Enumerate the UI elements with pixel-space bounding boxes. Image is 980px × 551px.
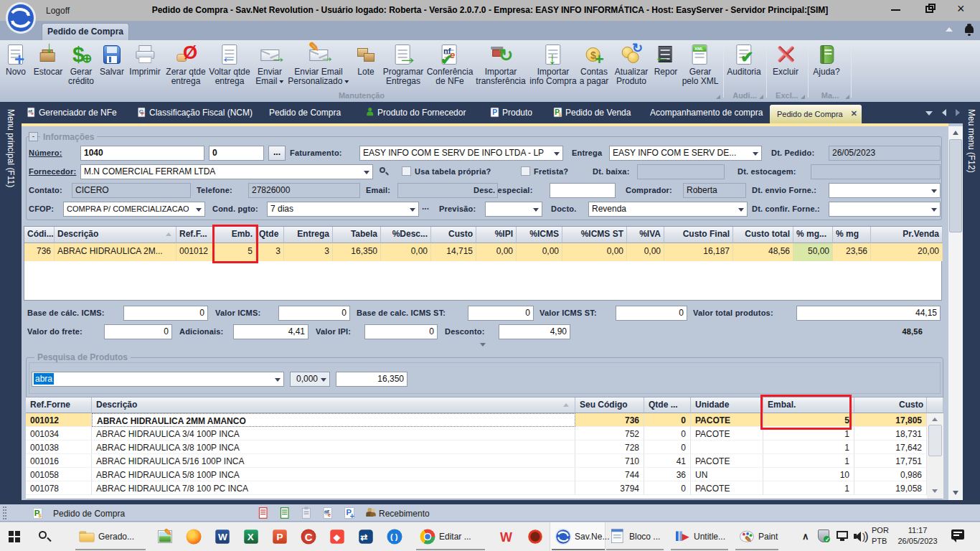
security-shield-icon[interactable]: ✓ — [818, 529, 831, 544]
tab-scroll-down-icon[interactable] — [925, 111, 933, 116]
left-panel-strip[interactable]: Menu principal (F11) — [0, 102, 22, 500]
p-plus-icon[interactable]: P+ — [343, 507, 356, 519]
taskbar-icon-slot[interactable]: ⇄ — [357, 528, 374, 545]
usa-tabela-checkbox[interactable] — [402, 166, 411, 176]
desconto-field[interactable]: 4,90 — [499, 324, 570, 339]
order-grid-cell-5[interactable]: 3 — [284, 243, 333, 261]
group-expand-icon[interactable] — [801, 95, 805, 99]
taskbar-icon-slot[interactable]: ✎ — [156, 528, 174, 545]
search-grid-cell[interactable]: 0 — [644, 427, 691, 441]
qty-combo[interactable]: 0,000 — [290, 372, 330, 387]
taskbar-button-bloco-[interactable]: Bloco ... — [605, 522, 665, 551]
order-grid-header-14[interactable]: Custo total — [733, 227, 793, 243]
search-grid-cell[interactable]: 744 — [575, 468, 644, 481]
toolbar-button-salvar[interactable]: Salvar — [100, 43, 124, 77]
search-grid-cell[interactable]: 0 — [644, 441, 691, 454]
cond-pgto-dropdown-icon[interactable] — [410, 208, 415, 212]
toolbar-button-enviar-email-personalizado[interactable]: ✎→Enviar EmailPersonalizado — [288, 43, 349, 86]
search-grid-cell[interactable]: ABRAC HIDRAULICA 7/8 100 PC INCA — [92, 481, 575, 495]
search-grid-cell[interactable]: 0,986 — [854, 468, 927, 481]
ccleaner-icon[interactable]: C — [300, 528, 317, 545]
editor-icon[interactable]: ✎ — [156, 528, 174, 545]
toolbar-button-enviar-email[interactable]: →EnviarEmail — [255, 43, 283, 86]
tab-acompanhamento-de-compra[interactable]: Acompanhamento de compra — [648, 102, 763, 123]
taskbar-icon-slot[interactable]: W — [498, 528, 515, 545]
order-grid-cell-13[interactable]: 16,187 — [664, 243, 733, 261]
fornecedor-combo[interactable]: M.N COMERCIAL FERRAM LTDA — [80, 164, 373, 179]
search-grid-cell[interactable]: 728 — [575, 441, 644, 454]
search-grid-cell[interactable]: 0 — [644, 413, 691, 427]
toolbar-button-novo[interactable]: +Novo — [4, 43, 27, 77]
taskbar-button-untitle-[interactable]: ▶ Untitle... — [669, 522, 730, 551]
numero-field[interactable]: 1040 — [80, 146, 204, 161]
order-grid-header-16[interactable]: % mg — [833, 227, 871, 243]
taskbar-icon-slot[interactable]: ◆ — [329, 528, 346, 545]
search-grid-header-1[interactable]: Descrição — [92, 397, 575, 413]
search-grid-cell[interactable]: 736 — [575, 413, 644, 427]
order-grid-header-11[interactable]: %ICMS ST — [562, 227, 627, 243]
taskbar-button-paint[interactable]: ✎ Paint — [734, 522, 780, 551]
tray-expand-icon[interactable]: ∧ — [802, 531, 809, 542]
scroll-up-icon[interactable] — [953, 131, 958, 135]
base-icms-field[interactable]: 0 — [123, 306, 208, 321]
docto-dropdown-icon[interactable] — [738, 208, 744, 212]
group-expand-icon[interactable] — [845, 95, 849, 99]
toolbar-button-auditoria[interactable]: ✔Auditoria — [727, 43, 760, 77]
search-grid-cell[interactable]: 001038 — [26, 441, 92, 454]
toolbar-button-lote[interactable]: Lote — [354, 43, 377, 77]
search-grid-cell[interactable] — [691, 441, 763, 454]
tab-produto-do-fornecedor[interactable]: Produto do Fornecedor — [364, 102, 466, 123]
search-grid-cell[interactable]: ABRAC HIDRAULICA 5/16 100P INCA — [92, 454, 575, 468]
clock[interactable]: 11:1726/05/2023 — [895, 525, 940, 547]
valor-icms-st-field[interactable]: 0 — [616, 306, 687, 321]
ppt-icon[interactable]: P — [271, 528, 288, 545]
price-field[interactable]: 16,350 — [336, 372, 407, 387]
entrega-dropdown-icon[interactable] — [753, 152, 758, 156]
search-grid-cell[interactable]: ABRAC HIDRAULICA 2MM AMANCO — [92, 413, 575, 427]
order-grid-header-12[interactable]: %IVA — [627, 227, 664, 243]
taskbar-button-sav-ne-[interactable]: Sav.Ne... — [550, 522, 606, 551]
search-grid-cell[interactable]: 36 — [644, 468, 691, 481]
order-grid-cell-12[interactable]: 0,00 — [627, 243, 664, 261]
collapse-ribbon-icon[interactable] — [946, 27, 953, 32]
search-grid-cell[interactable]: 18,731 — [854, 427, 927, 441]
tab-produto[interactable]: PProduto — [489, 102, 532, 123]
order-grid-header-0[interactable]: Códi... — [24, 227, 55, 243]
order-grid-header-5[interactable]: Entrega — [284, 227, 333, 243]
winamp-icon[interactable]: W — [498, 528, 515, 545]
toolbar-button-zerar-qtde-entrega[interactable]: ØZerar qtdeentrega — [166, 43, 205, 86]
search-grid-cell[interactable]: 001016 — [26, 454, 92, 468]
entrega-combo[interactable]: EASY INFO COM E SERV DE... — [609, 146, 762, 161]
order-grid-header-2[interactable]: Ref.F... — [176, 227, 215, 243]
grid-scroll-down-icon[interactable] — [932, 489, 938, 493]
order-grid-cell-4[interactable]: 3 — [256, 243, 284, 261]
search-grid-cell[interactable]: 17,805 — [854, 413, 927, 427]
tab-pedido-de-venda[interactable]: P$Pedido de Venda — [552, 102, 631, 123]
statusbar-drag-handle[interactable] — [3, 507, 6, 519]
clipboard-icon[interactable] — [300, 507, 313, 519]
people-icon[interactable] — [364, 507, 377, 519]
order-grid-header-1[interactable]: Descrição — [55, 227, 176, 243]
toolbar-button-importar-transfer-ncia[interactable]: ↻Importartransferência — [476, 43, 525, 86]
search-grid-cell[interactable]: 17,642 — [854, 441, 927, 454]
toolbar-button-voltar-qtde-entrega[interactable]: ←Voltar qtdeentrega — [209, 43, 250, 86]
tab-close-icon[interactable]: ✕ — [851, 109, 857, 118]
grid-scrollbar[interactable] — [927, 413, 943, 499]
order-grid-header-17[interactable]: Pr.Venda — [871, 227, 943, 243]
taskbar-icon-slot[interactable]: P — [271, 528, 288, 545]
previsao-combo[interactable] — [485, 202, 542, 217]
cfop-combo[interactable]: COMPRA P/ COMERCIALIZACAO — [63, 202, 205, 217]
toolbar-button-estocar[interactable]: ↓Estocar — [34, 43, 63, 77]
minimize-button[interactable] — [891, 9, 900, 11]
scroll-down-icon[interactable] — [953, 491, 958, 495]
search-grid-cell[interactable]: 1 — [763, 481, 854, 495]
order-grid-cell-10[interactable]: 0,00 — [517, 243, 562, 261]
taskbar-icon-slot[interactable]: X — [242, 528, 260, 545]
taskbar-search-icon[interactable] — [37, 529, 52, 544]
openshot-icon[interactable]: ( ) — [386, 528, 403, 545]
dt-confir-dropdown-icon[interactable] — [931, 208, 937, 212]
search-grid-header-6[interactable]: Custo — [854, 397, 927, 413]
cond-pgto-combo[interactable]: 7 dias — [267, 202, 419, 217]
toolbar-button-repor[interactable]: ←Repor — [654, 43, 678, 77]
doc-green-icon[interactable] — [278, 507, 291, 519]
